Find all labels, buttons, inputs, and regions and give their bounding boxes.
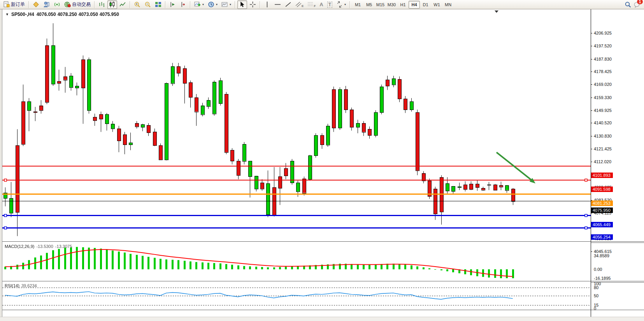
- metaeditor-button[interactable]: [31, 0, 41, 9]
- autotrading-button[interactable]: 自动交易: [63, 0, 92, 9]
- price-axis-border: [591, 9, 591, 317]
- price-axis-tick: 4169.020: [594, 82, 612, 87]
- high-value: 4078.250: [58, 12, 77, 17]
- toolbar-right: 1: [625, 1, 642, 8]
- chart-title: ▼ SP500-,H4 4076.050 4078.250 4073.050 4…: [5, 12, 119, 17]
- chart-shift-icon: [169, 1, 176, 8]
- open-value: 4076.050: [37, 12, 56, 17]
- tile-windows-button[interactable]: [153, 0, 163, 9]
- close-value: 4075.950: [100, 12, 119, 17]
- price-line-tag[interactable]: 4081.253: [591, 201, 613, 206]
- notifications-icon[interactable]: 1: [633, 1, 640, 8]
- timeframe-button-h1[interactable]: H1: [397, 1, 409, 9]
- price-axis-tickmark: [591, 251, 592, 252]
- price-axis-tick: 4206.925: [594, 31, 612, 35]
- search-icon[interactable]: [625, 1, 631, 8]
- price-axis-tickmark: [591, 33, 592, 33]
- timeframe-button-m15[interactable]: M15: [375, 1, 386, 9]
- low-value: 4073.050: [79, 12, 98, 17]
- arrows-tool-icon: [336, 1, 343, 8]
- line-chart-button[interactable]: [118, 0, 128, 9]
- mt4-window: 新订单 自动交易: [0, 0, 644, 321]
- timeframe-button-d1[interactable]: D1: [420, 1, 431, 9]
- auto-scroll-button[interactable]: [178, 0, 188, 9]
- fibonacci-glyph: F: [314, 4, 316, 8]
- separator: [260, 1, 260, 8]
- price-axis-tickmark: [591, 123, 592, 123]
- toolbar: 新订单 自动交易: [0, 0, 644, 9]
- macd-signal-value: -13.3075: [55, 244, 72, 249]
- timeframe-button-m1[interactable]: M1: [352, 1, 363, 9]
- main-price-chart[interactable]: [2, 9, 591, 241]
- timeframe-button-m30[interactable]: M30: [386, 1, 397, 9]
- separator: [165, 1, 166, 8]
- arrows-tool[interactable]: ▾: [335, 0, 347, 9]
- new-order-icon: [3, 1, 10, 8]
- indicator-axis-tick: 0.00: [594, 267, 602, 272]
- chart-shift-button[interactable]: [168, 0, 177, 9]
- zoom-out-icon: [144, 1, 151, 8]
- price-axis-tick: 4121.425: [594, 147, 612, 151]
- indicator-axis-tick: 80: [594, 285, 598, 290]
- new-order-button[interactable]: 新订单: [2, 0, 26, 9]
- rsi-panel-chart: [2, 282, 591, 309]
- separator: [190, 1, 191, 8]
- channel-glyph: E: [302, 4, 304, 8]
- separator: [130, 1, 130, 8]
- zoom-in-button[interactable]: [132, 0, 142, 9]
- channel-icon: [295, 1, 302, 8]
- dropdown-caret[interactable]: ▾: [230, 3, 231, 6]
- text-label-tool[interactable]: T: [326, 0, 334, 9]
- timeframe-button-w1[interactable]: W1: [431, 1, 442, 9]
- fibonacci-icon: [307, 1, 314, 8]
- timeframe-button-mn[interactable]: MN: [442, 1, 454, 9]
- price-axis-tick: 4187.830: [594, 57, 612, 61]
- vertical-line-tool[interactable]: [262, 0, 272, 9]
- cursor-button[interactable]: [237, 0, 247, 9]
- periods-button[interactable]: ▾: [206, 0, 219, 9]
- metaeditor-icon: [33, 1, 39, 8]
- chart-shift-marker[interactable]: [495, 10, 498, 13]
- horizontal-line-tool[interactable]: [273, 0, 283, 9]
- cursor-icon: [239, 1, 246, 8]
- price-axis-tick: 4178.425: [594, 69, 612, 74]
- templates-button[interactable]: ▾: [220, 0, 233, 9]
- price-line-tag[interactable]: 4091.598: [591, 187, 613, 192]
- dropdown-caret[interactable]: ▾: [216, 3, 218, 6]
- signals-button[interactable]: [52, 0, 62, 9]
- trendline-tool[interactable]: [283, 0, 293, 9]
- price-line-tag[interactable]: 4101.893: [591, 173, 613, 178]
- price-axis-tickmark: [591, 72, 592, 72]
- price-line-tag[interactable]: 4056.254: [591, 234, 613, 240]
- timeframe-button-h4[interactable]: H4: [409, 1, 420, 9]
- notification-badge: 1: [637, 0, 643, 4]
- indicator-axis-tick: 0: [594, 306, 596, 311]
- line-chart-icon: [119, 1, 126, 8]
- dropdown-caret[interactable]: ▾: [344, 3, 346, 6]
- one-click-trading-toggle[interactable]: ▼: [5, 12, 9, 16]
- separator: [349, 1, 350, 8]
- rsi-value: 39.6234: [21, 283, 37, 288]
- macd-panel-chart: [2, 242, 591, 281]
- indicators-button[interactable]: ▾: [193, 0, 205, 9]
- channel-tool[interactable]: E: [294, 0, 305, 9]
- text-tool[interactable]: A: [318, 0, 325, 9]
- price-line-tag[interactable]: 4065.449: [591, 222, 613, 227]
- bar-chart-icon: [98, 1, 105, 8]
- auto-scroll-icon: [180, 1, 186, 8]
- price-axis-tickmark: [591, 110, 592, 111]
- symbol-period-label: SP500-,H4: [11, 12, 34, 17]
- indicator-axis-tick: 34.8589: [594, 253, 609, 258]
- candlestick-chart-icon: [109, 1, 116, 8]
- crosshair-button[interactable]: [248, 0, 258, 9]
- price-line-tag[interactable]: 4075.950: [591, 208, 613, 213]
- fibonacci-tool[interactable]: F: [306, 0, 317, 9]
- periods-clock-icon: [208, 1, 214, 8]
- bar-chart-button[interactable]: [97, 0, 107, 9]
- candlestick-chart-button[interactable]: [107, 0, 117, 9]
- separator: [28, 1, 29, 8]
- dropdown-caret[interactable]: ▾: [202, 3, 204, 6]
- timeframe-button-m5[interactable]: M5: [363, 1, 375, 9]
- zoom-out-button[interactable]: [143, 0, 153, 9]
- strategy-tester-button[interactable]: [42, 0, 51, 9]
